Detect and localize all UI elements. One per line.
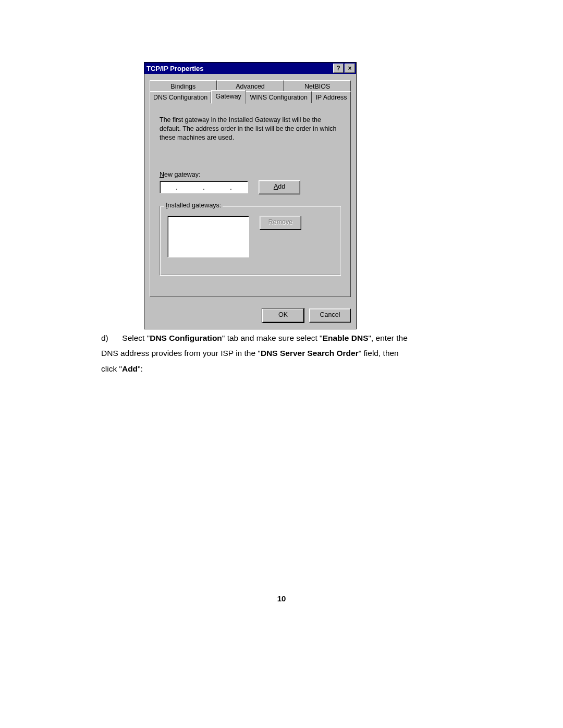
window-title: TCP/IP Properties (146, 65, 332, 72)
tab-strip: Bindings Advanced NetBIOS DNS Configurat… (150, 80, 351, 104)
close-button[interactable]: × (345, 64, 355, 73)
tab-netbios[interactable]: NetBIOS (284, 80, 351, 92)
new-gateway-label: New gateway: (160, 171, 341, 178)
titlebar: TCP/IP Properties ? × (144, 63, 356, 74)
close-icon: × (348, 65, 351, 71)
tcpip-properties-dialog: TCP/IP Properties ? × Bindings Advanced … (144, 62, 357, 329)
list-marker: d) (101, 330, 120, 346)
cancel-button[interactable]: Cancel (309, 309, 351, 323)
dialog-client: Bindings Advanced NetBIOS DNS Configurat… (144, 74, 356, 303)
ok-button[interactable]: OK (262, 309, 304, 323)
installed-gateways-list[interactable] (167, 216, 249, 257)
gateway-panel: The first gateway in the Installed Gatew… (150, 103, 351, 297)
remove-button: Remove (260, 216, 301, 230)
tab-dns-configuration[interactable]: DNS Configuration (150, 91, 211, 103)
new-gateway-input[interactable]: ... (160, 181, 248, 193)
tab-ip-address[interactable]: IP Address (312, 91, 351, 103)
installed-gateways-label: Installed gateways: (164, 202, 223, 209)
help-icon: ? (336, 65, 340, 71)
add-button[interactable]: Add (259, 180, 300, 194)
help-button[interactable]: ? (333, 64, 344, 73)
tab-bindings[interactable]: Bindings (150, 80, 217, 92)
panel-description: The first gateway in the Installed Gatew… (160, 116, 341, 142)
tab-wins-configuration[interactable]: WINS Configuration (246, 91, 312, 103)
page-number: 10 (0, 594, 563, 603)
tab-gateway[interactable]: Gateway (211, 90, 246, 104)
installed-gateways-group: Installed gateways: Remove (160, 206, 341, 276)
dialog-button-row: OK Cancel (144, 303, 356, 329)
instruction-paragraph: d) Select "DNS Configuration" tab and ma… (101, 330, 414, 376)
